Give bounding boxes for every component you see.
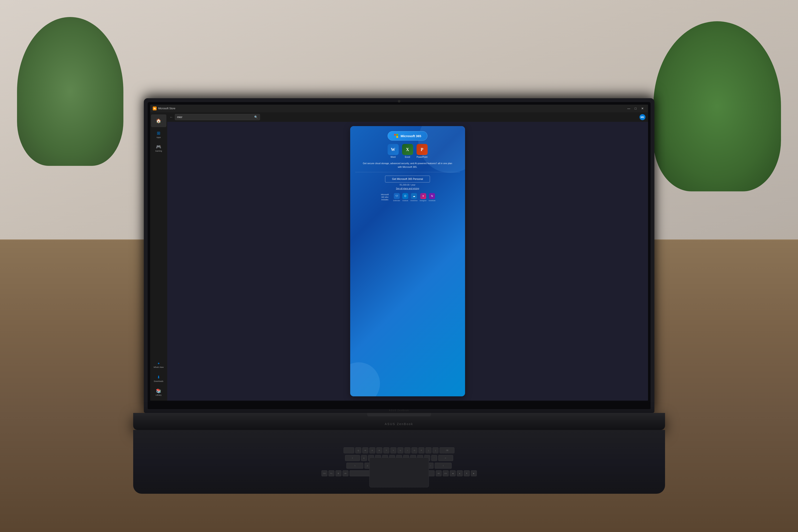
outlook-icon: O (402, 193, 408, 199)
ppt-letter: P (421, 147, 423, 152)
svg-rect-0 (394, 134, 396, 136)
laptop-lid: 🛍 Microsoft Store — □ ✕ 🏠 (144, 98, 654, 413)
key-alt-l[interactable]: Alt (342, 470, 349, 476)
sidebar-item-home[interactable]: 🏠 (151, 114, 166, 127)
key-tab[interactable] (344, 448, 354, 453)
onenote-icon: N (429, 193, 435, 199)
onedrive-app: ☁ OneDrive (410, 193, 417, 202)
store-icon: 🛍 (153, 107, 156, 110)
sidebar-item-gaming[interactable]: 🎮 Gaming (151, 141, 166, 154)
title-bar-text: Microsoft Store (158, 107, 624, 110)
onenote-label: OneNote (429, 200, 435, 202)
key-ctrl-r[interactable]: Ctrl (443, 470, 449, 476)
library-label: Library (156, 394, 162, 396)
svg-rect-3 (396, 136, 398, 138)
keyboard-area: Q W E R T Y U I O P [ ] ⌫ ⇪ A S D F G H … (133, 430, 665, 494)
key-fn[interactable]: Fn (329, 470, 334, 476)
store-layout: 🏠 ⊞ Apps 🎮 Gaming ✦ Wha (150, 112, 648, 401)
also-includes-section: Microsoft 365 also includes 🛡 Defender O (379, 193, 435, 202)
also-includes-label: Microsoft 365 also includes (379, 193, 390, 201)
key-caps[interactable]: ⇪ (345, 455, 360, 461)
key-u[interactable]: U (397, 448, 403, 453)
laptop-base: ASUS ZenBook (133, 413, 665, 430)
apps-icon: ⊞ (157, 131, 161, 136)
back-button[interactable]: ← (170, 115, 173, 119)
onedrive-icon: ☁ (411, 193, 417, 199)
window-controls: — □ ✕ (626, 106, 646, 111)
key-r[interactable]: R (376, 448, 382, 453)
maximize-button[interactable]: □ (633, 106, 639, 111)
key-alt-r[interactable]: Alt (436, 470, 442, 476)
see-plans-link[interactable]: See all plans and pricing (396, 187, 419, 190)
svg-rect-1 (396, 134, 398, 136)
svg-rect-2 (394, 136, 396, 138)
key-right[interactable]: ▶ (471, 470, 477, 476)
sidebar-item-downloads[interactable]: ⬇ Downloads (151, 372, 166, 385)
screen-label: ASUS ZenBook (389, 409, 409, 412)
excel-label: Excel (405, 156, 410, 158)
word-app-item: W Word (388, 144, 399, 158)
store-content: Microsoft 365 W Word (167, 122, 648, 401)
powerpoint-app-item: P PowerPoint (416, 144, 428, 158)
library-icon: 📚 (156, 388, 161, 393)
key-i[interactable]: I (404, 448, 410, 453)
minimize-button[interactable]: — (626, 106, 632, 111)
touchpad[interactable] (369, 458, 429, 487)
key-e[interactable]: E (369, 448, 375, 453)
key-bracket1[interactable]: [ (426, 448, 431, 453)
search-box[interactable]: micr 🔍 (175, 114, 260, 120)
powerpoint-icon: P (416, 144, 428, 155)
close-button[interactable]: ✕ (639, 106, 646, 111)
powerpoint-label: PowerPoint (416, 156, 427, 158)
user-avatar[interactable]: ME (639, 114, 646, 120)
outlook-app: O Outlook (402, 193, 408, 202)
key-down[interactable]: ▼ (464, 470, 470, 476)
main-content: ← micr 🔍 ME (167, 112, 648, 401)
key-win[interactable]: ⊞ (335, 470, 341, 476)
m365-title-text: Microsoft 365 (401, 134, 421, 138)
key-o[interactable]: O (411, 448, 417, 453)
price-text: R1,569.00 / year (400, 184, 415, 186)
downloads-icon: ⬇ (157, 375, 160, 380)
key-q[interactable]: Q (355, 448, 361, 453)
key-a[interactable]: A (361, 455, 367, 461)
onenote-app: N OneNote (429, 193, 435, 202)
m365-title-button[interactable]: Microsoft 365 (388, 131, 427, 140)
key-backspace[interactable]: ⌫ (440, 448, 454, 453)
key-apos[interactable]: ' (431, 455, 437, 461)
sidebar-item-library[interactable]: 📚 Library (151, 386, 166, 398)
gaming-icon: 🎮 (156, 144, 161, 149)
downloads-label: Downloads (154, 380, 163, 382)
key-y[interactable]: Y (390, 448, 396, 453)
key-bracket2[interactable]: ] (432, 448, 439, 453)
designer-label: Designer (420, 200, 427, 202)
gaming-label: Gaming (155, 150, 162, 152)
get-m365-button[interactable]: Get Microsoft 365 Personal (385, 176, 430, 183)
m365-description: Get secure cloud storage, advanced secur… (363, 162, 452, 169)
card-divider (355, 172, 460, 172)
sidebar-item-apps[interactable]: ⊞ Apps (151, 128, 166, 141)
key-left[interactable]: ◀ (450, 470, 456, 476)
key-ctrl-l[interactable]: Ctrl (321, 470, 328, 476)
key-shift-r[interactable]: ⇧ (434, 463, 452, 469)
app-icons-row: W Word X Excel (388, 144, 428, 158)
key-up[interactable]: ▲ (457, 470, 463, 476)
laptop-brand: ASUS ZenBook (385, 422, 413, 426)
key-shift-l[interactable]: ⇧ (346, 463, 364, 469)
microsoft-365-card: Microsoft 365 W Word (350, 126, 465, 396)
word-letter: W (391, 147, 395, 152)
title-bar: 🛍 Microsoft Store — □ ✕ (150, 104, 648, 112)
laptop-wrapper: 🛍 Microsoft Store — □ ✕ 🏠 (123, 98, 676, 494)
laptop-hinge (367, 413, 431, 416)
key-t[interactable]: T (383, 448, 389, 453)
excel-letter: X (406, 147, 409, 152)
apps-label: Apps (156, 136, 161, 138)
key-enter[interactable]: ↵ (438, 455, 453, 461)
outlook-label: Outlook (402, 200, 408, 202)
keyboard-row-1: Q W E R T Y U I O P [ ] ⌫ (344, 448, 454, 453)
key-p[interactable]: P (419, 448, 424, 453)
screen-bezel: 🛍 Microsoft Store — □ ✕ 🏠 (148, 102, 651, 409)
key-w[interactable]: W (362, 448, 368, 453)
sidebar-item-whatsnew[interactable]: ✦ What's New (151, 359, 166, 371)
whatsnew-label: What's New (154, 366, 164, 368)
